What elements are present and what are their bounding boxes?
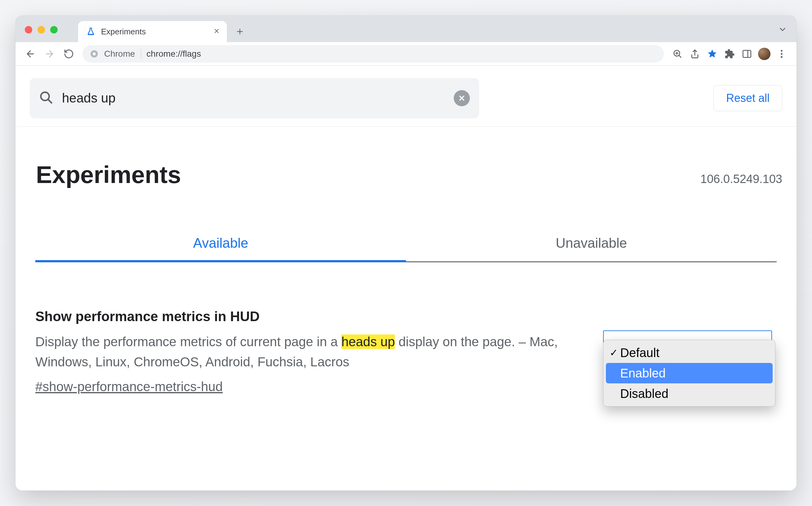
browser-window: Experiments: [15, 15, 797, 491]
window-controls: [25, 26, 58, 33]
search-input[interactable]: [62, 91, 445, 106]
flag-item: Show performance metrics in HUD Display …: [15, 262, 797, 394]
flag-desc-before: Display the performance metrics of curre…: [35, 334, 341, 349]
svg-point-5: [781, 53, 783, 55]
flag-select: ✓ Default Enabled Disabled: [603, 330, 777, 394]
option-enabled-label: Enabled: [620, 366, 666, 380]
forward-button[interactable]: [42, 46, 58, 62]
bookmark-star-icon[interactable]: [704, 46, 720, 62]
window-maximize-button[interactable]: [50, 26, 58, 33]
omnibox-divider: [141, 49, 141, 59]
tab-unavailable[interactable]: Unavailable: [406, 235, 777, 262]
option-enabled[interactable]: Enabled: [606, 363, 772, 384]
tab-available[interactable]: Available: [35, 235, 406, 262]
svg-point-4: [781, 50, 783, 52]
search-icon: [39, 90, 53, 106]
extensions-icon[interactable]: [722, 46, 738, 62]
page-header: Experiments 106.0.5249.103: [15, 126, 797, 192]
window-minimize-button[interactable]: [38, 26, 45, 33]
menu-button[interactable]: [773, 46, 790, 62]
flag-dropdown: ✓ Default Enabled Disabled: [603, 340, 776, 407]
omnibox-prefix: Chrome: [104, 49, 135, 59]
close-tab-icon[interactable]: [213, 27, 220, 35]
flag-description: Display the performance metrics of curre…: [35, 332, 585, 372]
new-tab-button[interactable]: [231, 23, 248, 40]
tabs-menu-button[interactable]: [778, 25, 787, 35]
browser-tab[interactable]: Experiments: [78, 21, 227, 42]
option-disabled-label: Disabled: [620, 387, 668, 401]
page-content: Reset all Experiments 106.0.5249.103 Ava…: [15, 66, 797, 491]
svg-rect-3: [743, 50, 751, 57]
svg-point-6: [781, 56, 783, 58]
profile-avatar[interactable]: [758, 48, 770, 60]
omnibox-url: chrome://flags: [147, 49, 201, 59]
browser-toolbar: Chrome chrome://flags: [15, 42, 797, 66]
clear-search-button[interactable]: [454, 90, 470, 106]
address-bar[interactable]: Chrome chrome://flags: [82, 45, 664, 63]
page-title: Experiments: [36, 161, 181, 189]
window-close-button[interactable]: [25, 26, 32, 33]
side-panel-icon[interactable]: [739, 46, 755, 62]
back-button[interactable]: [22, 46, 39, 62]
flag-text: Show performance metrics in HUD Display …: [35, 309, 585, 394]
version-label: 106.0.5249.103: [700, 172, 782, 186]
flask-icon: [86, 27, 95, 36]
chrome-icon: [90, 50, 98, 58]
search-box: [30, 78, 479, 118]
zoom-icon[interactable]: [669, 46, 685, 62]
flag-anchor-link[interactable]: #show-performance-metrics-hud: [35, 380, 223, 394]
search-highlight: heads up: [341, 334, 395, 349]
tabs-row: Available Unavailable: [35, 235, 777, 262]
option-disabled[interactable]: Disabled: [606, 384, 772, 404]
share-icon[interactable]: [687, 46, 703, 62]
tab-title: Experiments: [101, 27, 146, 36]
search-row: Reset all: [15, 66, 797, 126]
flag-title: Show performance metrics in HUD: [35, 309, 585, 324]
check-icon: ✓: [610, 347, 618, 359]
svg-point-1: [93, 52, 96, 56]
option-default[interactable]: ✓ Default: [606, 342, 772, 363]
tab-strip: Experiments: [15, 15, 797, 42]
reset-all-button[interactable]: Reset all: [714, 85, 782, 111]
reload-button[interactable]: [61, 46, 77, 62]
option-default-label: Default: [620, 346, 660, 360]
